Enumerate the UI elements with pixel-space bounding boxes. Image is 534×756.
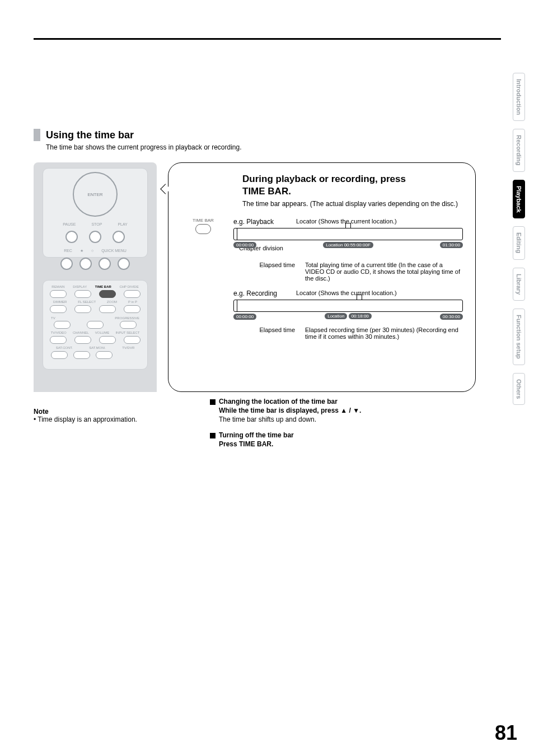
quickmenu-label: QUICK MENU (101, 249, 127, 253)
eg-recording-label: e.g. Recording (233, 290, 285, 297)
tab-playback[interactable]: Playback (513, 180, 525, 219)
chdown-button (74, 336, 91, 344)
remain-label: REMAIN (51, 285, 64, 288)
step-title-line2: TIME BAR. (242, 185, 463, 198)
change-heading: Changing the location of the time bar (219, 398, 338, 405)
star-label: ★ (80, 249, 83, 253)
rec-location-chip: Location (325, 313, 347, 319)
pinp-button (124, 305, 140, 313)
satmoni-label: SAT.MONI. (89, 346, 106, 349)
tv-label: TV (51, 316, 55, 320)
section-bar-icon (34, 129, 40, 141)
chup-button (87, 321, 104, 329)
rec-start-time: 00:00:00 (233, 314, 256, 320)
dpad: ENTER (73, 172, 118, 217)
content: Using the time bar The time bar shows th… (34, 67, 501, 449)
playback-bar: 00:00:00 Location 00:55:00:00F 01:30:00 (233, 228, 463, 240)
inputsel-button (124, 336, 140, 344)
inputsel-label: INPUT SELECT (115, 331, 139, 334)
pause-label: PAUSE (63, 222, 76, 226)
quickmenu-button (118, 258, 130, 270)
chpdivide-label: CHP DIVIDE (119, 285, 138, 288)
bullet-icon (210, 433, 216, 438)
satcont-button (51, 351, 68, 359)
pause-button (65, 231, 78, 243)
timebar-btn-icon (195, 224, 211, 234)
dimmer-label: DIMMER (53, 300, 67, 304)
tab-recording[interactable]: Recording (513, 129, 525, 171)
recording-bar: 00:00:00 Location 00:18:00 00:30:00 (233, 300, 463, 312)
tvvideo-label: TV/VIDEO (51, 331, 67, 334)
stop-button (89, 231, 101, 243)
voldown-button (99, 336, 116, 344)
tvdvr-button (96, 351, 113, 359)
flselect-label: FL SELECT (78, 300, 96, 304)
tab-editing[interactable]: Editing (513, 226, 525, 259)
pinp-label: P in P (128, 300, 137, 304)
change-line1: While the time bar is displayed, press ▲… (219, 407, 434, 414)
header-rule (34, 38, 501, 40)
rec-total-label: Elapsed recording time (per 30 minutes) … (305, 326, 463, 340)
tvdvr-label: TV/DVR (122, 346, 134, 349)
tab-others[interactable]: Others (513, 373, 525, 405)
chpdivide-button (124, 290, 140, 298)
rec-elapsed-label: Elapsed time (233, 326, 295, 340)
section-subtitle: The time bar shows the current progress … (46, 143, 501, 151)
circle-label: ○ (91, 249, 93, 253)
step-title-line1: During playback or recording, press (242, 173, 463, 185)
tvvideo-button (50, 336, 67, 344)
note-block: Note • Time display is an approximation. (34, 408, 137, 423)
step-description: The time bar appears. (The actual displa… (242, 200, 463, 208)
section-heading: Using the time bar (34, 129, 501, 141)
zoom-label: ZOOM (107, 300, 117, 304)
pb-total-label: Total playing time of a current title (I… (305, 262, 463, 282)
instruction-panel: During playback or recording, press TIME… (168, 162, 476, 392)
satmoni-button (73, 351, 90, 359)
remote-illustration: ENTER PAUSE STOP PLAY REC ★ ○ QUICK MENU (34, 162, 157, 392)
tab-introduction[interactable]: Introduction (513, 73, 525, 121)
volup-button (120, 321, 137, 329)
display-button (74, 290, 91, 298)
play-button (113, 231, 125, 243)
note-heading: Note (34, 408, 137, 416)
key-icon (345, 223, 351, 228)
bullet-icon (210, 399, 216, 405)
tvpower-button (54, 321, 71, 329)
dimmer-button (50, 305, 67, 313)
change-line2: The time bar shifts up and down. (219, 416, 434, 423)
timebar-button (99, 290, 116, 298)
rec-label: REC (64, 249, 72, 253)
off-line1: Press TIME BAR. (219, 440, 434, 448)
off-heading: Turning off the time bar (219, 431, 294, 439)
note-bullet: • Time display is an approximation. (34, 416, 137, 423)
rec-location-time: 00:18:00 (349, 313, 372, 319)
display-label: DISPLAY (73, 285, 87, 288)
tab-function-setup[interactable]: Function setup (513, 309, 525, 365)
circle-button (99, 258, 111, 270)
zoom-button (99, 305, 116, 313)
star-button (79, 258, 92, 270)
satcont-label: SAT.CONT. (56, 346, 73, 349)
pb-location: Location 00:55:00:00F (323, 242, 373, 248)
progressive-label: PROGRESSIVE (115, 316, 139, 320)
key-icon (357, 295, 362, 300)
timebar-btn-caption: TIME BAR (181, 218, 226, 223)
rec-end-time: 00:30:00 (440, 314, 463, 320)
side-tabs: Introduction Recording Playback Editing … (513, 73, 528, 413)
pb-elapsed-label: Elapsed time (233, 262, 295, 282)
play-label: PLAY (118, 222, 127, 226)
remain-button (50, 290, 67, 298)
pb-end-time: 01:30:00 (440, 242, 463, 248)
playback-locator-label: Locator (Shows the current location.) (296, 218, 463, 225)
tab-library[interactable]: Library (513, 268, 525, 301)
recording-locator-label: Locator (Shows the current location.) (296, 290, 463, 296)
volume-label: VOLUME (95, 331, 109, 334)
eg-playback-label: e.g. Playback (233, 218, 285, 226)
page-number: 81 (495, 721, 517, 745)
flselect-button (74, 305, 91, 313)
extras-block: Changing the location of the time bar Wh… (210, 398, 434, 449)
timebar-label: TIME BAR (95, 285, 111, 288)
stop-label: STOP (91, 222, 102, 226)
pb-start-time: 00:00:00 (233, 242, 256, 248)
section-title: Using the time bar (46, 129, 134, 141)
